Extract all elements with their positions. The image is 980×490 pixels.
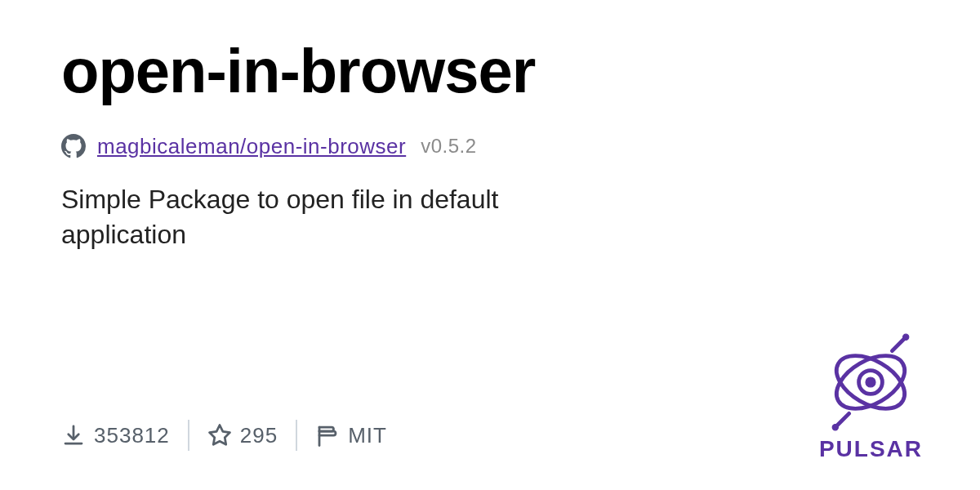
- package-description: Simple Package to open file in default a…: [61, 182, 617, 252]
- license-stat: MIT: [315, 423, 387, 448]
- repo-row: magbicaleman/open-in-browser v0.5.2: [61, 134, 919, 159]
- license-name: MIT: [348, 423, 387, 448]
- downloads-count: 353812: [94, 423, 170, 448]
- svg-marker-0: [209, 425, 229, 445]
- version-label: v0.5.2: [421, 135, 476, 158]
- svg-point-8: [833, 425, 839, 430]
- brand-block: PULSAR: [819, 333, 923, 462]
- github-icon: [61, 134, 86, 158]
- svg-line-7: [836, 413, 849, 426]
- stat-divider: [296, 420, 297, 451]
- stats-row: 353812 295 MIT: [61, 420, 387, 451]
- repo-link[interactable]: magbicaleman/open-in-browser: [97, 134, 406, 159]
- star-icon: [207, 423, 232, 448]
- svg-line-5: [893, 338, 906, 351]
- download-icon: [61, 423, 86, 448]
- svg-point-6: [903, 334, 909, 340]
- pulsar-logo-icon: [822, 333, 920, 431]
- downloads-stat: 353812: [61, 423, 170, 448]
- package-title: open-in-browser: [61, 37, 919, 105]
- stars-stat: 295: [207, 423, 278, 448]
- brand-name: PULSAR: [819, 436, 923, 462]
- svg-point-4: [866, 377, 875, 387]
- stat-divider: [188, 420, 189, 451]
- flag-icon: [315, 423, 340, 448]
- stars-count: 295: [240, 423, 278, 448]
